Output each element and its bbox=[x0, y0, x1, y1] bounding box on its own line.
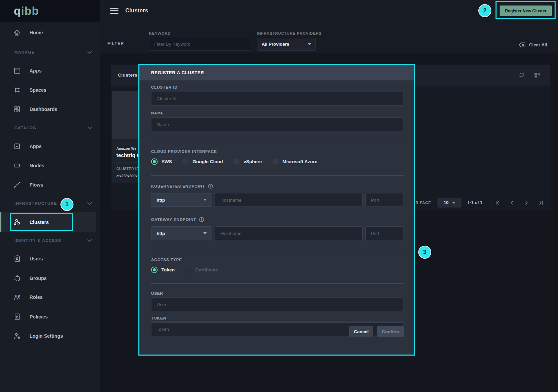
qibb-logo: qibb bbox=[14, 4, 39, 18]
next-page-icon[interactable] bbox=[523, 199, 530, 206]
section-divider bbox=[151, 141, 404, 141]
sidebar-item-roles[interactable]: Roles bbox=[0, 290, 100, 304]
sidebar-section-identity[interactable]: IDENTITY & ACCESS bbox=[0, 236, 100, 245]
chevron-down-icon bbox=[308, 43, 311, 45]
active-item-accent-bar bbox=[0, 212, 1, 232]
sidebar-item-label: Clusters bbox=[30, 220, 49, 225]
k8s-scheme-select[interactable]: http bbox=[151, 193, 212, 207]
radio-icon bbox=[272, 158, 279, 165]
gateway-hostname-input[interactable] bbox=[215, 226, 363, 240]
sidebar-item-label: Apps bbox=[30, 144, 42, 149]
pagination-bar: PER PAGE 10 1-1 of 1 bbox=[410, 195, 544, 210]
logo-block[interactable]: qibb bbox=[0, 0, 100, 22]
sidebar-item-clusters[interactable]: Clusters bbox=[0, 212, 96, 232]
apps-window-icon bbox=[13, 67, 21, 75]
radio-icon bbox=[182, 158, 189, 165]
sidebar-item-label: Roles bbox=[30, 294, 43, 300]
sidebar-item-home[interactable]: Home bbox=[0, 26, 100, 40]
radio-disabled-icon bbox=[185, 267, 192, 273]
sidebar-section-manage[interactable]: MANAGE bbox=[0, 48, 100, 57]
section-divider bbox=[151, 283, 404, 284]
sidebar-item-label: Policies bbox=[30, 314, 48, 320]
providers-label: INFRASTRUCTURE PROVIDERS bbox=[257, 31, 322, 35]
name-input[interactable] bbox=[151, 117, 404, 131]
radio-selected-icon bbox=[151, 158, 158, 165]
name-label: NAME bbox=[151, 111, 404, 115]
providers-select[interactable]: All Providers bbox=[257, 38, 316, 51]
sidebar-item-label: Spaces bbox=[30, 87, 46, 93]
per-page-select[interactable]: 10 bbox=[437, 198, 462, 208]
radio-icon bbox=[233, 158, 240, 165]
sidebar-item-label: Dashboards bbox=[30, 107, 57, 112]
page-title: Clusters bbox=[125, 8, 148, 14]
sidebar-item-login-settings[interactable]: Login Settings bbox=[0, 329, 100, 343]
gateway-endpoint-label: GATEWAY ENDPOINT bbox=[151, 217, 404, 222]
roles-people-icon bbox=[13, 293, 21, 301]
clear-all-button[interactable]: Clear All bbox=[519, 42, 547, 48]
info-icon[interactable] bbox=[199, 217, 204, 222]
sidebar-item-label: Apps bbox=[30, 68, 42, 74]
sidebar-item-dashboards[interactable]: Dashboards bbox=[0, 102, 100, 116]
sidebar-section-catalog[interactable]: CATALOG bbox=[0, 123, 100, 132]
sidebar-item-spaces[interactable]: Spaces bbox=[0, 83, 100, 97]
radio-microsoft-azure[interactable]: Microsoft Azure bbox=[272, 158, 318, 165]
register-new-cluster-button[interactable]: Register New Cluster bbox=[500, 5, 552, 16]
info-icon[interactable] bbox=[208, 184, 213, 189]
sidebar-section-infrastructure[interactable]: INFRASTRUCTURE bbox=[0, 199, 100, 208]
previous-page-icon[interactable] bbox=[509, 199, 515, 206]
k8s-port-input[interactable] bbox=[365, 193, 404, 207]
k8s-hostname-input[interactable] bbox=[215, 193, 363, 207]
logo-q: q bbox=[14, 4, 21, 17]
sidebar: qibb Home MANAGE Apps Spaces bbox=[0, 0, 100, 392]
chevron-down-icon bbox=[203, 232, 207, 234]
groups-icon bbox=[13, 274, 21, 282]
user-input[interactable] bbox=[151, 298, 404, 311]
radio-selected-icon bbox=[151, 267, 158, 273]
chevron-down-icon bbox=[87, 202, 92, 205]
menu-icon[interactable] bbox=[110, 8, 118, 14]
modal-title: REGISTER A CLUSTER bbox=[139, 65, 414, 80]
view-layout-icon[interactable] bbox=[534, 71, 541, 79]
keyword-search-input[interactable] bbox=[149, 38, 251, 51]
sidebar-item-flows[interactable]: Flows bbox=[0, 178, 100, 192]
access-type-label: ACCESS TYPE bbox=[151, 258, 404, 262]
radio-google-cloud[interactable]: Google Cloud bbox=[182, 158, 223, 165]
sidebar-item-policies[interactable]: Policies bbox=[0, 310, 100, 324]
refresh-icon[interactable] bbox=[518, 71, 525, 79]
chevron-down-icon bbox=[87, 126, 92, 129]
user-label: USER bbox=[151, 291, 404, 295]
sidebar-item-apps-catalog[interactable]: Apps bbox=[0, 139, 100, 153]
last-page-icon[interactable] bbox=[537, 199, 544, 206]
gateway-scheme-select[interactable]: http bbox=[151, 226, 212, 240]
modal-footer: Cancel Confirm bbox=[151, 322, 404, 341]
step-2-badge: 2 bbox=[478, 4, 491, 17]
logo-ibb: ibb bbox=[21, 4, 39, 17]
clear-backspace-icon bbox=[519, 42, 526, 48]
sidebar-item-label: Groups bbox=[30, 276, 47, 281]
chevron-down-icon bbox=[452, 202, 455, 204]
step-3-badge: 3 bbox=[418, 246, 431, 259]
sidebar-item-users[interactable]: Users bbox=[0, 252, 100, 266]
token-label: TOKEN bbox=[151, 316, 404, 320]
clusters-icon bbox=[13, 218, 21, 226]
sidebar-item-groups[interactable]: Groups bbox=[0, 271, 100, 285]
cluster-id-input[interactable] bbox=[151, 92, 404, 105]
panel-title: Clusters bbox=[118, 72, 137, 78]
radio-vsphere[interactable]: vSphere bbox=[233, 158, 262, 165]
radio-aws[interactable]: AWS bbox=[151, 158, 172, 165]
spaces-icon bbox=[13, 86, 21, 94]
first-page-icon[interactable] bbox=[494, 199, 501, 206]
users-badge-icon bbox=[13, 255, 21, 263]
dashboards-icon bbox=[13, 105, 21, 113]
radio-token[interactable]: Token bbox=[151, 267, 175, 273]
sidebar-item-label: Flows bbox=[30, 182, 43, 188]
sidebar-item-nodes[interactable]: Nodes bbox=[0, 159, 100, 172]
gateway-port-input[interactable] bbox=[365, 226, 404, 240]
confirm-button[interactable]: Confirm bbox=[377, 326, 404, 337]
radio-certificate: Certificate bbox=[185, 267, 218, 273]
sidebar-item-label: Login Settings bbox=[30, 333, 63, 339]
cancel-button[interactable]: Cancel bbox=[349, 326, 373, 337]
cloud-provider-label: CLOUD PROVIDER INTERFACE bbox=[151, 149, 404, 154]
apps-box-icon bbox=[13, 142, 21, 150]
sidebar-item-apps-manage[interactable]: Apps bbox=[0, 64, 100, 78]
